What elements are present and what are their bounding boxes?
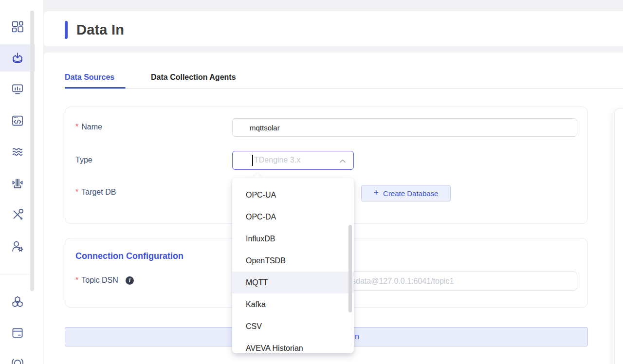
connection-config-heading: Connection Configuration [75, 251, 183, 261]
name-label: *Name [75, 123, 102, 131]
dropdown-option[interactable]: OPC-DA [232, 206, 354, 228]
queue-icon [11, 177, 24, 190]
dropdown-option-highlighted[interactable]: MQTT [232, 272, 354, 293]
right-side-panel [614, 108, 623, 364]
window-icon [11, 326, 24, 340]
hexagons-icon [11, 295, 24, 309]
info-icon[interactable]: i [126, 276, 134, 285]
active-tab-underline [65, 87, 126, 89]
create-database-button[interactable]: + Create Database [361, 185, 451, 201]
tabs-divider [65, 88, 623, 89]
globe-icon [11, 357, 24, 364]
type-select-placeholder: TDengine 3.x [254, 156, 300, 164]
footer-action-label: n [355, 332, 359, 341]
plus-icon: + [374, 188, 379, 197]
title-accent-bar [65, 21, 68, 39]
name-input[interactable] [232, 118, 577, 137]
type-select[interactable]: TDengine 3.x [232, 151, 354, 170]
type-label: Type [75, 156, 92, 164]
grid-icon [11, 20, 24, 34]
sidebar-divider [0, 274, 30, 274]
sidebar-item-about[interactable] [0, 350, 35, 364]
type-dropdown-popup: OPC-UA OPC-DA InfluxDB OpenTSDB MQTT Kaf… [232, 178, 354, 353]
required-asterisk: * [75, 276, 78, 284]
dropdown-option[interactable]: OPC-UA [232, 184, 354, 206]
user-gear-icon [11, 239, 24, 253]
tab-data-collection-agents[interactable]: Data Collection Agents [151, 73, 236, 82]
required-asterisk: * [75, 188, 78, 196]
data-in-icon [11, 51, 24, 65]
dropdown-option[interactable]: OpenTSDB [232, 250, 354, 272]
dropdown-option[interactable]: AVEVA Historian [232, 337, 354, 353]
required-asterisk: * [75, 123, 78, 131]
waves-icon [11, 145, 24, 159]
dropdown-option[interactable]: Kafka [232, 293, 354, 315]
sidebar [0, 0, 35, 364]
text-caret [252, 155, 253, 166]
sidebar-item-browser[interactable] [0, 319, 35, 346]
target-db-label: *Target DB [75, 188, 116, 197]
tab-data-sources[interactable]: Data Sources [65, 73, 114, 82]
dropdown-scrollbar-thumb[interactable] [348, 225, 352, 312]
dropdown-option[interactable]: InfluxDB [232, 228, 354, 250]
monitor-chart-icon [11, 82, 24, 96]
create-database-label: Create Database [383, 189, 438, 198]
sidebar-scrollbar-thumb[interactable] [30, 11, 34, 291]
dropdown-option[interactable]: CSV [232, 315, 354, 337]
page-title: Data In [76, 22, 124, 38]
topic-dsn-label: *Topic DSN [75, 276, 118, 285]
chevron-up-icon [340, 159, 346, 163]
sidebar-item-clusters[interactable] [0, 288, 35, 315]
topic-dsn-input[interactable] [344, 272, 577, 291]
header-card: Data In [44, 11, 623, 46]
tools-icon [11, 208, 24, 221]
code-window-icon [11, 114, 24, 127]
